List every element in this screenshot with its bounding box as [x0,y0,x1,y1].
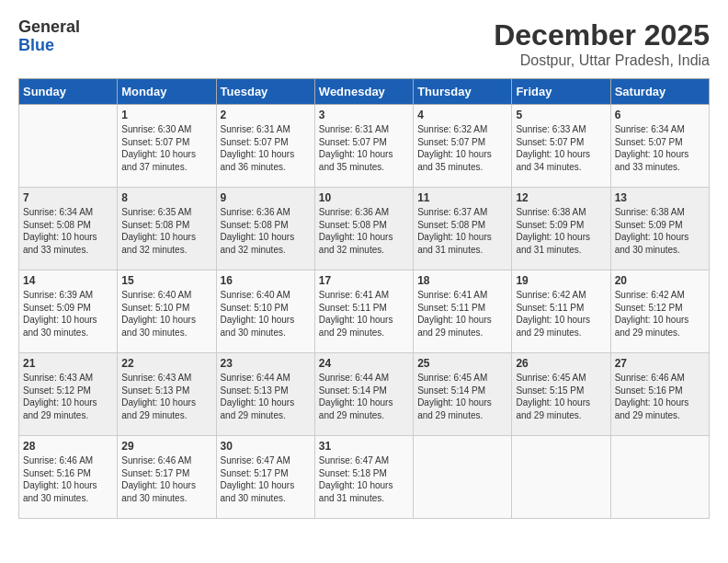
day-info: Sunrise: 6:30 AMSunset: 5:07 PMDaylight:… [121,123,211,173]
day-number: 29 [121,440,211,453]
day-info: Sunrise: 6:39 AMSunset: 5:09 PMDaylight:… [23,289,113,339]
day-cell: 10Sunrise: 6:36 AMSunset: 5:08 PMDayligh… [314,188,413,270]
day-cell: 26Sunrise: 6:45 AMSunset: 5:15 PMDayligh… [512,353,610,436]
day-info: Sunrise: 6:45 AMSunset: 5:14 PMDaylight:… [417,372,507,421]
day-cell: 2Sunrise: 6:31 AMSunset: 5:07 PMDaylight… [216,105,314,188]
weekday-header-tuesday: Tuesday [216,79,314,105]
day-info: Sunrise: 6:38 AMSunset: 5:09 PMDaylight:… [516,206,606,256]
day-cell: 15Sunrise: 6:40 AMSunset: 5:10 PMDayligh… [118,270,216,353]
day-number: 21 [23,357,113,370]
day-info: Sunrise: 6:44 AMSunset: 5:13 PMDaylight:… [221,372,311,421]
week-row-1: 1Sunrise: 6:30 AMSunset: 5:07 PMDaylight… [19,105,710,188]
day-number: 11 [417,191,507,204]
day-cell: 30Sunrise: 6:47 AMSunset: 5:17 PMDayligh… [216,436,314,519]
day-info: Sunrise: 6:42 AMSunset: 5:12 PMDaylight:… [615,289,705,339]
day-info: Sunrise: 6:46 AMSunset: 5:17 PMDaylight:… [121,454,211,504]
day-cell [512,436,610,519]
day-cell [414,436,512,519]
day-number: 25 [417,357,507,370]
day-number: 3 [319,109,409,121]
day-cell: 18Sunrise: 6:41 AMSunset: 5:11 PMDayligh… [414,270,512,353]
day-info: Sunrise: 6:34 AMSunset: 5:08 PMDaylight:… [23,206,113,256]
day-info: Sunrise: 6:37 AMSunset: 5:08 PMDaylight:… [417,206,507,256]
day-info: Sunrise: 6:46 AMSunset: 5:16 PMDaylight:… [615,372,705,421]
day-cell: 14Sunrise: 6:39 AMSunset: 5:09 PMDayligh… [19,270,118,353]
day-number: 18 [417,274,507,287]
day-number: 28 [23,440,113,453]
week-row-5: 28Sunrise: 6:46 AMSunset: 5:16 PMDayligh… [19,436,710,519]
day-number: 5 [516,109,606,121]
day-number: 6 [615,109,705,121]
day-number: 16 [221,274,311,287]
day-info: Sunrise: 6:43 AMSunset: 5:12 PMDaylight:… [23,372,113,421]
day-cell: 25Sunrise: 6:45 AMSunset: 5:14 PMDayligh… [414,353,512,436]
day-info: Sunrise: 6:45 AMSunset: 5:15 PMDaylight:… [516,372,606,421]
day-cell: 7Sunrise: 6:34 AMSunset: 5:08 PMDaylight… [19,188,118,270]
day-cell: 5Sunrise: 6:33 AMSunset: 5:07 PMDaylight… [512,105,610,188]
day-info: Sunrise: 6:36 AMSunset: 5:08 PMDaylight:… [221,206,311,256]
day-cell: 1Sunrise: 6:30 AMSunset: 5:07 PMDaylight… [118,105,216,188]
day-cell: 17Sunrise: 6:41 AMSunset: 5:11 PMDayligh… [314,270,413,353]
day-cell [610,436,709,519]
day-info: Sunrise: 6:38 AMSunset: 5:09 PMDaylight:… [615,206,705,256]
day-number: 24 [319,357,409,370]
title-area: December 2025 Dostpur, Uttar Pradesh, In… [494,18,710,69]
day-number: 20 [615,274,705,287]
day-cell: 23Sunrise: 6:44 AMSunset: 5:13 PMDayligh… [216,353,314,436]
day-info: Sunrise: 6:41 AMSunset: 5:11 PMDaylight:… [319,289,409,339]
day-info: Sunrise: 6:32 AMSunset: 5:07 PMDaylight:… [417,123,507,173]
logo: General Blue [18,18,80,55]
day-number: 1 [121,109,211,121]
day-cell: 24Sunrise: 6:44 AMSunset: 5:14 PMDayligh… [314,353,413,436]
day-info: Sunrise: 6:42 AMSunset: 5:11 PMDaylight:… [516,289,606,339]
day-number: 27 [615,357,705,370]
day-info: Sunrise: 6:46 AMSunset: 5:16 PMDaylight:… [23,454,113,504]
day-info: Sunrise: 6:34 AMSunset: 5:07 PMDaylight:… [615,123,705,173]
day-info: Sunrise: 6:31 AMSunset: 5:07 PMDaylight:… [221,123,311,173]
day-cell: 6Sunrise: 6:34 AMSunset: 5:07 PMDaylight… [610,105,709,188]
day-info: Sunrise: 6:44 AMSunset: 5:14 PMDaylight:… [319,372,409,421]
weekday-header-row: SundayMondayTuesdayWednesdayThursdayFrid… [19,79,710,105]
day-cell: 9Sunrise: 6:36 AMSunset: 5:08 PMDaylight… [216,188,314,270]
weekday-header-thursday: Thursday [414,79,512,105]
day-info: Sunrise: 6:40 AMSunset: 5:10 PMDaylight:… [221,289,311,339]
logo-line1: General [18,18,80,37]
calendar-table: SundayMondayTuesdayWednesdayThursdayFrid… [18,78,710,519]
location-title: Dostpur, Uttar Pradesh, India [494,52,710,69]
day-number: 2 [221,109,311,121]
day-number: 17 [319,274,409,287]
day-cell: 27Sunrise: 6:46 AMSunset: 5:16 PMDayligh… [610,353,709,436]
day-info: Sunrise: 6:33 AMSunset: 5:07 PMDaylight:… [516,123,606,173]
day-info: Sunrise: 6:41 AMSunset: 5:11 PMDaylight:… [417,289,507,339]
weekday-header-monday: Monday [118,79,216,105]
day-cell: 16Sunrise: 6:40 AMSunset: 5:10 PMDayligh… [216,270,314,353]
day-cell: 4Sunrise: 6:32 AMSunset: 5:07 PMDaylight… [414,105,512,188]
day-cell: 29Sunrise: 6:46 AMSunset: 5:17 PMDayligh… [118,436,216,519]
day-number: 4 [417,109,507,121]
day-info: Sunrise: 6:36 AMSunset: 5:08 PMDaylight:… [319,206,409,256]
week-row-3: 14Sunrise: 6:39 AMSunset: 5:09 PMDayligh… [19,270,710,353]
day-number: 13 [615,191,705,204]
day-cell: 3Sunrise: 6:31 AMSunset: 5:07 PMDaylight… [314,105,413,188]
day-info: Sunrise: 6:40 AMSunset: 5:10 PMDaylight:… [121,289,211,339]
day-number: 22 [121,357,211,370]
day-number: 15 [121,274,211,287]
day-number: 23 [221,357,311,370]
day-info: Sunrise: 6:35 AMSunset: 5:08 PMDaylight:… [121,206,211,256]
day-cell: 19Sunrise: 6:42 AMSunset: 5:11 PMDayligh… [512,270,610,353]
day-number: 30 [221,440,311,453]
day-cell: 21Sunrise: 6:43 AMSunset: 5:12 PMDayligh… [19,353,118,436]
day-info: Sunrise: 6:47 AMSunset: 5:17 PMDaylight:… [221,454,311,504]
day-number: 10 [319,191,409,204]
day-cell: 8Sunrise: 6:35 AMSunset: 5:08 PMDaylight… [118,188,216,270]
day-info: Sunrise: 6:47 AMSunset: 5:18 PMDaylight:… [319,454,409,504]
day-number: 31 [319,440,409,453]
logo-line2: Blue [18,37,54,55]
day-number: 8 [121,191,211,204]
day-number: 9 [221,191,311,204]
week-row-4: 21Sunrise: 6:43 AMSunset: 5:12 PMDayligh… [19,353,710,436]
month-title: December 2025 [494,18,710,52]
weekday-header-sunday: Sunday [19,79,118,105]
header: General Blue December 2025 Dostpur, Utta… [18,18,710,69]
day-info: Sunrise: 6:31 AMSunset: 5:07 PMDaylight:… [319,123,409,173]
